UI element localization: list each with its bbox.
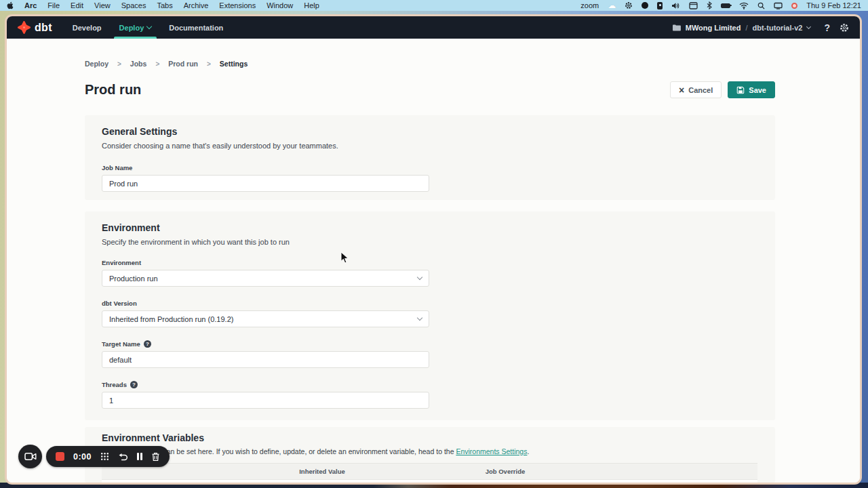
menu-item-help[interactable]: Help	[304, 1, 319, 9]
delete-recording-icon[interactable]	[151, 452, 160, 462]
nav-documentation[interactable]: Documentation	[169, 16, 223, 39]
cancel-button[interactable]: × Cancel	[670, 81, 722, 98]
threads-label: Threads	[102, 381, 127, 388]
target-name-input[interactable]	[102, 351, 429, 368]
environment-variables-description: Job level overrides can be set here. If …	[102, 447, 757, 455]
settings-gear-icon[interactable]	[840, 23, 849, 33]
dbt-logo[interactable]: dbt	[18, 21, 52, 34]
menubar-clock[interactable]: Thu 9 Feb 12:21	[806, 1, 861, 9]
chevron-down-icon	[146, 24, 152, 29]
save-button[interactable]: Save	[728, 81, 775, 98]
environment-select[interactable]: Production run	[102, 270, 429, 287]
environments-settings-link[interactable]: Environments Settings	[456, 447, 527, 455]
video-camera-icon	[24, 452, 37, 461]
dbt-logo-icon	[18, 21, 31, 34]
chevron-down-icon	[417, 315, 422, 321]
dbt-navbar: dbt Develop Deploy Documentation MWong L…	[7, 16, 860, 39]
nav-develop[interactable]: Develop	[73, 16, 102, 39]
env-vars-table-header: Inherited Value Job Override	[102, 463, 757, 480]
dbt-version-label: dbt Version	[102, 300, 137, 307]
menu-item-archive[interactable]: Archive	[184, 1, 209, 9]
chevron-down-icon	[417, 274, 422, 280]
menu-item-arc[interactable]: Arc	[24, 1, 37, 9]
breadcrumb-separator: >	[155, 60, 159, 68]
desktop-bottom-strip	[0, 483, 868, 488]
environment-heading: Environment	[102, 222, 757, 233]
nav-deploy[interactable]: Deploy	[119, 16, 152, 39]
menu-item-extensions[interactable]: Extensions	[219, 1, 256, 9]
inherited-value-column-header: Inherited Value	[224, 468, 420, 475]
breadcrumb-jobs[interactable]: Jobs	[130, 60, 147, 68]
job-name-label: Job Name	[102, 164, 132, 171]
account-name: MWong Limited	[686, 24, 741, 32]
help-button[interactable]: ?	[824, 22, 830, 33]
threads-help-icon[interactable]: ?	[130, 381, 138, 388]
breadcrumb-deploy[interactable]: Deploy	[85, 60, 108, 68]
environment-card: Environment Specify the environment in w…	[85, 211, 775, 420]
page-title: Prod run	[85, 82, 141, 98]
spotlight-search-icon[interactable]	[757, 2, 765, 9]
screen-recording-indicator-icon[interactable]	[791, 3, 797, 9]
volume-icon[interactable]	[671, 2, 680, 9]
folder-icon	[672, 24, 681, 31]
menu-item-edit[interactable]: Edit	[71, 1, 83, 9]
close-icon: ×	[679, 85, 684, 95]
environment-variables-card: Environment Variables Job level override…	[85, 427, 775, 483]
stop-recording-button[interactable]	[56, 452, 64, 461]
breadcrumb-separator: >	[117, 60, 121, 68]
menu-item-spaces[interactable]: Spaces	[121, 1, 146, 9]
settings-page: Deploy > Jobs > Prod run > Settings Prod…	[7, 39, 860, 483]
clock-app-icon[interactable]	[642, 2, 648, 9]
breadcrumb-separator: >	[207, 60, 211, 68]
menu-item-file[interactable]: File	[47, 1, 60, 9]
window-switcher-icon[interactable]	[689, 2, 698, 9]
environment-select-label: Environment	[102, 259, 141, 266]
env-vars-table-row	[102, 480, 757, 483]
menu-item-tabs[interactable]: Tabs	[157, 1, 172, 9]
macos-menubar: Arc File Edit View Spaces Tabs Archive E…	[0, 0, 868, 11]
pause-recording-button[interactable]	[137, 453, 142, 460]
target-name-label: Target Name	[102, 340, 140, 348]
general-settings-card: General Settings Consider choosing a nam…	[85, 115, 775, 200]
job-override-column-header: Job Override	[420, 468, 590, 475]
threads-input[interactable]	[102, 392, 429, 409]
environment-variables-heading: Environment Variables	[102, 432, 757, 443]
zoom-menu-label[interactable]: zoom	[580, 1, 599, 9]
recording-timer: 0:00	[73, 452, 92, 462]
desktop-wallpaper: dbt Develop Deploy Documentation MWong L…	[0, 11, 868, 488]
grid-options-icon[interactable]	[100, 452, 109, 461]
job-name-input[interactable]	[102, 175, 429, 192]
target-name-help-icon[interactable]: ?	[144, 340, 151, 348]
save-disk-icon	[736, 86, 745, 94]
environment-description: Specify the environment in which you wan…	[102, 238, 757, 246]
recorder-camera-button[interactable]	[18, 445, 42, 468]
restart-undo-icon[interactable]	[118, 452, 128, 461]
dbt-cloud-window: dbt Develop Deploy Documentation MWong L…	[7, 16, 860, 483]
battery-icon[interactable]	[721, 3, 730, 8]
bluetooth-icon[interactable]	[707, 1, 712, 9]
dbt-version-select[interactable]: Inherited from Production run (0.19.2)	[102, 310, 429, 327]
project-name: dbt-tutorial-v2	[752, 24, 802, 32]
display-mirroring-icon[interactable]	[774, 2, 783, 9]
breadcrumb: Deploy > Jobs > Prod run > Settings	[85, 60, 248, 68]
cloud-icon[interactable]: ☁	[608, 1, 616, 10]
dbt-brand-name: dbt	[35, 22, 52, 34]
menu-item-window[interactable]: Window	[267, 1, 293, 9]
gear-icon[interactable]	[625, 1, 633, 9]
chevron-down-icon	[806, 24, 811, 29]
recorder-toolbar: 0:00	[46, 446, 170, 467]
apple-logo-icon[interactable]	[7, 1, 14, 9]
breadcrumb-prod-run[interactable]: Prod run	[168, 60, 198, 68]
app-status-icon[interactable]	[657, 2, 663, 9]
account-project-selector[interactable]: MWong Limited / dbt-tutorial-v2	[672, 24, 811, 32]
wifi-icon[interactable]	[739, 2, 749, 9]
account-separator: /	[745, 24, 747, 32]
general-settings-description: Consider choosing a name that's easily u…	[102, 142, 757, 150]
general-settings-heading: General Settings	[102, 126, 757, 137]
breadcrumb-settings: Settings	[220, 60, 248, 68]
menu-item-view[interactable]: View	[94, 1, 111, 9]
